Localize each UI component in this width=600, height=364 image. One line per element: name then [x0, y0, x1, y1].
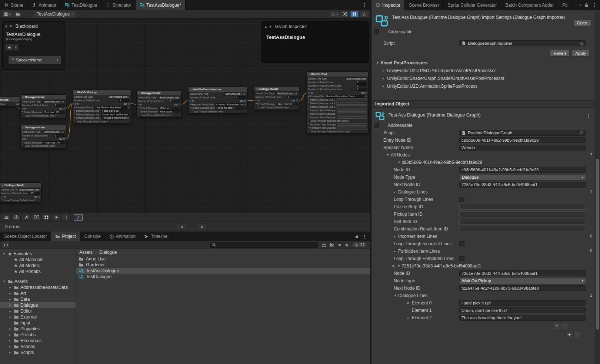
expand-arrow-icon[interactable]: ▸ [8, 315, 12, 319]
node-dropdown[interactable]: Say One Line▾ [43, 131, 65, 134]
expand-arrow-icon[interactable]: ▸ [8, 345, 12, 348]
node-text-field[interactable]: Psst boy... W [43, 111, 65, 114]
drag-handle-icon[interactable]: = [407, 316, 409, 320]
node-object-field[interactable]: Take (Pickup Item Data) [94, 106, 127, 109]
node-text-field[interactable] [337, 116, 367, 119]
asset-postprocessors-foldout[interactable]: ▼ Asset PostProcessors [371, 59, 595, 67]
foldout-arrow-icon[interactable]: ▸ [394, 190, 398, 194]
foldout-arrow-icon[interactable]: ▸ [394, 249, 398, 253]
graph-node-dialoguenode-2[interactable]: ≡DialogueNodeDefault Line TypeSay One Li… [20, 125, 66, 148]
text-field[interactable]: 7251e73e-38d3-44ff-a8c5-bcf54088aaf1 [459, 270, 586, 276]
editor-tab-simulator[interactable]: Simulator [101, 0, 136, 10]
drag-handle-icon[interactable]: = [407, 301, 409, 305]
field-collapse-icon[interactable]: ‹ [57, 57, 58, 63]
text-field[interactable] [459, 219, 586, 225]
input-port[interactable] [22, 108, 24, 109]
graph-inspector-menu-icon[interactable]: ≡ [265, 25, 267, 29]
node-text-field[interactable]: I need my seat :( [215, 107, 246, 109]
checkbox[interactable] [459, 197, 464, 202]
node-number-field[interactable]: 1 [54, 104, 65, 107]
node-dropdown[interactable]: Say Multiple Lines▾ [346, 77, 367, 80]
text-field[interactable]: The ass is waiting there for you! [459, 315, 586, 321]
tree-item-prefabs[interactable]: ▸Prefabs [0, 332, 76, 338]
importer-script-field[interactable]: DialogueGraphImporter ⊙ [459, 40, 586, 46]
node-dropdown[interactable]: Say One Line▾ [224, 92, 246, 95]
checkbox[interactable] [459, 241, 464, 246]
tree-item-scripts[interactable]: ▸Scripts [0, 350, 76, 355]
drag-handle-icon[interactable]: = [392, 160, 394, 165]
expand-arrow-icon[interactable]: ▸ [8, 351, 12, 354]
inspector-tab-scene-browser[interactable]: Scene Browser [405, 0, 443, 10]
node-title[interactable]: ≡DialogueNode [21, 125, 66, 130]
previous-error-button[interactable]: ◀ [176, 223, 187, 230]
expand-arrow-icon[interactable]: ▸ [8, 286, 12, 289]
node-number-field[interactable]: 1 [235, 96, 246, 99]
node-number-field[interactable]: 1 [287, 96, 298, 99]
blackboard-panel[interactable]: ≡ ▼ Blackboard TestAssDialogue (Dialogue… [2, 21, 64, 70]
hidden-count-toggle[interactable]: 37 [351, 242, 367, 248]
node-text-field[interactable] [337, 112, 367, 115]
text-field[interactable] [459, 211, 586, 217]
node-title[interactable]: ≡DialogueNode [21, 95, 66, 100]
inspector-scrollbar[interactable] [595, 10, 600, 364]
text-field[interactable] [459, 226, 586, 232]
object-menu-icon[interactable]: ⋮ [586, 111, 591, 118]
panel-tab-scene-object-locator[interactable]: Scene Object Locator [0, 232, 51, 241]
tree-item-all-materials[interactable]: ★All Materials [0, 257, 76, 263]
text-field[interactable]: I said pick it up! [459, 300, 586, 306]
apply-button[interactable]: Apply [571, 50, 590, 57]
blackboard-menu-icon[interactable]: ≡ [5, 24, 7, 28]
node-dropdown[interactable]: Say Multiple Lines▾ [108, 95, 130, 98]
scrollbar-thumb[interactable] [596, 159, 599, 330]
node-object-field[interactable]: Bonfire (Pickup Item Data) [325, 95, 364, 98]
expand-arrow-icon[interactable]: ▸ [8, 339, 12, 343]
tree-item-scenes[interactable]: ▸Scenes [0, 344, 76, 350]
blackboard-add-button[interactable]: + [5, 44, 13, 51]
blackboard-field-speakername[interactable]: " SpeakerName ‹ [9, 56, 61, 64]
expand-arrow-icon[interactable]: ▸ [8, 327, 12, 331]
node-number-field[interactable]: 1 [54, 134, 65, 137]
graph-inspector-toggle-button[interactable] [12, 214, 21, 221]
minimap-toggle-button[interactable] [42, 214, 51, 221]
node-text-field[interactable]: The ass is waiting there for you! [101, 117, 130, 119]
side-panel-button[interactable] [360, 11, 368, 17]
node-dropdown[interactable]: Say One Line▾ [43, 100, 65, 103]
tree-item-input[interactable]: Input [0, 320, 76, 326]
blackboard-add-dropdown-icon[interactable]: ▾ [14, 44, 19, 51]
revert-button[interactable]: Revert [550, 50, 570, 57]
expand-arrow-icon[interactable]: ▸ [8, 297, 12, 301]
node-number-field[interactable]: 2 [356, 88, 367, 91]
graph-node-dialoguenode-8[interactable]: ≡DialogueNodeDefault Line TypeSay Multip… [0, 182, 41, 202]
inspector-tab-pc[interactable]: Pc [558, 0, 572, 10]
node-dropdown[interactable]: Say Multiple Lines▾ [19, 188, 40, 191]
node-checkbox[interactable] [308, 120, 310, 122]
input-port[interactable] [22, 138, 24, 140]
expand-arrow-icon[interactable]: ▸ [8, 291, 12, 295]
node-number-field[interactable]: 3 [356, 81, 367, 84]
node-text-field[interactable] [337, 127, 367, 129]
foldout-arrow-icon[interactable]: ▸ [394, 235, 398, 238]
graph-breadcrumb[interactable]: TestAssDialogue › [34, 11, 76, 18]
graph-settings-button[interactable] [22, 214, 31, 221]
drag-handle-icon[interactable]: = [392, 264, 394, 268]
dropdown-field[interactable]: Dialogue▾ [459, 174, 586, 181]
tree-item-favorites[interactable]: ▼★Favorites [0, 251, 76, 257]
text-field[interactable]: 7251e73e-38d3-44ff-a8c5-bcf54088aaf1 [459, 182, 586, 188]
output-port[interactable] [63, 138, 65, 140]
input-port[interactable] [256, 100, 257, 101]
node-entry-7251e73e[interactable]: =▼7251e73e-38d3-44ff-a8c5-bcf54088aaf1 [371, 262, 595, 270]
node-text-field[interactable] [337, 109, 367, 112]
node-text-field[interactable] [337, 123, 367, 126]
node-number-field[interactable]: 3 [356, 84, 367, 87]
node-checkbox[interactable] [74, 121, 76, 123]
saved-search-star-icon[interactable]: ★ [345, 242, 349, 248]
open-button[interactable]: Open [573, 20, 591, 26]
tree-item-all-models[interactable]: ★All Models [0, 263, 76, 269]
node-checkbox[interactable] [138, 114, 140, 117]
panel-tab-project[interactable]: Project [51, 232, 80, 241]
node-text-field[interactable] [336, 98, 367, 101]
object-picker-icon[interactable]: ⊙ [580, 41, 584, 46]
save-graph-button[interactable]: ▾ [2, 11, 12, 17]
expand-arrow-icon[interactable]: ▸ [8, 303, 12, 307]
node-title[interactable]: ≡StartNode [0, 97, 23, 102]
